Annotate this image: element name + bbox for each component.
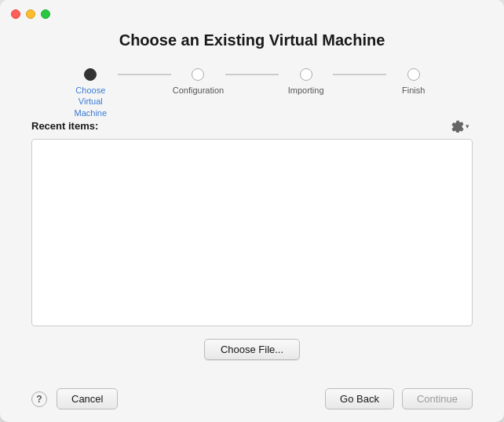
step-4-label: Finish [402,85,425,96]
footer-right: Go Back Continue [325,388,473,409]
step-3: Importing [279,68,333,96]
step-4: Finish [386,68,440,96]
close-button[interactable] [11,9,20,19]
step-2-circle [192,68,204,81]
step-2: Configuration [171,68,225,96]
choose-file-section: Choose File... [31,339,473,360]
cancel-button[interactable]: Cancel [57,388,118,409]
window-content: Choose an Existing Virtual Machine Choos… [0,28,504,388]
page-title: Choose an Existing Virtual Machine [31,31,473,49]
help-button[interactable]: ? [31,391,47,407]
step-3-circle [300,68,312,81]
recent-items-section: Recent items: ▾ [31,118,473,326]
step-1: Choose VirtualMachine [64,68,118,118]
step-2-label: Configuration [173,85,224,96]
step-1-circle [84,68,97,81]
go-back-button[interactable]: Go Back [325,388,394,409]
gear-icon [451,120,464,133]
connector-3 [333,74,387,75]
main-window: Choose an Existing Virtual Machine Choos… [0,0,504,422]
maximize-button[interactable] [41,9,50,19]
recent-items-list [31,139,473,326]
step-4-circle [407,68,420,81]
stepper-inner: Choose VirtualMachine Configuration Impo… [64,68,440,118]
footer-left: ? Cancel [31,388,118,409]
minimize-button[interactable] [26,9,35,19]
connector-2 [225,74,279,75]
choose-file-button[interactable]: Choose File... [204,339,300,360]
recent-items-label: Recent items: [31,120,98,132]
step-1-label: Choose VirtualMachine [64,85,118,118]
chevron-down-icon: ▾ [466,122,469,130]
title-bar [0,0,504,28]
gear-dropdown-button[interactable]: ▾ [448,118,473,134]
connector-1 [118,74,172,75]
stepper: Choose VirtualMachine Configuration Impo… [31,68,473,118]
footer: ? Cancel Go Back Continue [0,388,504,422]
step-3-label: Importing [288,85,324,96]
traffic-lights [11,9,50,19]
recent-items-header: Recent items: ▾ [31,118,473,134]
continue-button[interactable]: Continue [402,388,473,409]
